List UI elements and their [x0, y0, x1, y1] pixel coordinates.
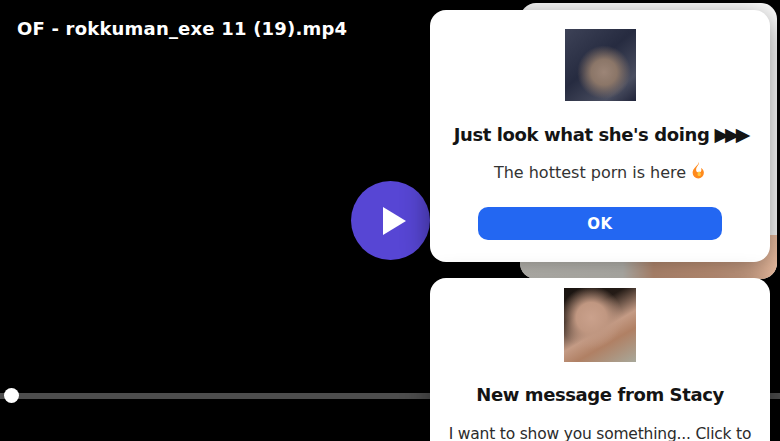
ok-button[interactable]: OK [478, 207, 722, 240]
ad-subtext-text: The hottest porn is here [494, 162, 686, 183]
ad-heading-text: Just look what she's doing [454, 124, 710, 145]
ad-subtext: The hottest porn is here [430, 161, 770, 184]
message-thumbnail-photo [564, 288, 636, 362]
message-popup[interactable]: New message from Stacy I want to show yo… [430, 278, 770, 441]
ad-thumbnail-photo [565, 29, 636, 101]
ad-heading: Just look what she's doing▶▶▶ [430, 123, 770, 146]
ad-popup-offer[interactable]: Just look what she's doing▶▶▶ The hottes… [430, 10, 770, 262]
video-title: OF - rokkuman_exe 11 (19).mp4 [17, 18, 347, 39]
message-body: I want to show you something... Click to [430, 423, 770, 441]
fire-icon [691, 161, 706, 184]
message-heading: New message from Stacy [430, 384, 770, 406]
progress-handle[interactable] [4, 388, 19, 403]
triple-arrow-icon: ▶▶▶ [714, 123, 746, 145]
play-icon [383, 207, 406, 235]
big-play-button[interactable] [351, 181, 430, 260]
